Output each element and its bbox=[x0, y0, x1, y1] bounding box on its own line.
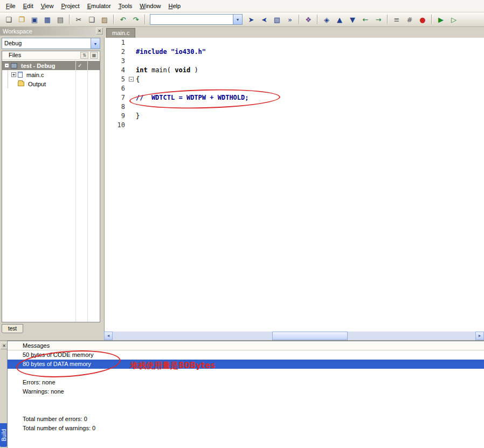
message-row[interactable]: Total number of errors: 0 bbox=[8, 415, 484, 424]
files-header: Files bbox=[2, 51, 100, 60]
files-box: Files -test - Debug✓+main.cOutput bbox=[2, 51, 100, 322]
scroll-right-icon[interactable] bbox=[475, 332, 484, 340]
find-combobox-input[interactable] bbox=[150, 15, 233, 24]
menu-view[interactable]: View bbox=[37, 1, 58, 11]
browse-source-button[interactable]: ❖ bbox=[302, 14, 314, 25]
workspace-title: Workspace bbox=[3, 28, 32, 35]
redo-button[interactable]: ↷ bbox=[130, 14, 142, 25]
tree-expander-icon[interactable]: - bbox=[4, 63, 9, 68]
message-row[interactable] bbox=[8, 396, 484, 405]
download-and-debug-button[interactable]: ▶ bbox=[435, 14, 447, 25]
save-all-button[interactable]: ▦ bbox=[42, 14, 53, 25]
tab-build[interactable]: Build bbox=[0, 423, 7, 447]
tree-item-test-debug[interactable]: -test - Debug✓ bbox=[2, 61, 100, 70]
copy-button[interactable]: ❑ bbox=[86, 14, 98, 25]
column-divider bbox=[75, 60, 76, 322]
toolbar-separator bbox=[317, 15, 318, 24]
messages-list: 50 bytes of CODE memory80 bytes of DATA … bbox=[8, 350, 484, 433]
sort-files-icon[interactable] bbox=[80, 52, 88, 59]
message-row[interactable]: Warnings: none bbox=[8, 387, 484, 396]
cut-icon: ✂ bbox=[76, 16, 82, 23]
toggle-bookmark-button[interactable]: ◈ bbox=[321, 14, 333, 25]
navigate-backward-button[interactable]: ← bbox=[359, 14, 371, 25]
chevron-down-icon[interactable] bbox=[91, 38, 100, 49]
tree-expander-icon[interactable]: + bbox=[11, 72, 16, 77]
open-file-button[interactable]: ❐ bbox=[16, 14, 27, 25]
navigate-forward-button[interactable]: → bbox=[372, 14, 384, 25]
watch-window-button[interactable]: # bbox=[404, 14, 416, 25]
message-row[interactable] bbox=[8, 405, 484, 415]
find-previous-button[interactable]: ➤ bbox=[258, 14, 270, 25]
navigate-forward-icon: → bbox=[376, 16, 382, 23]
configuration-dropdown[interactable]: Debug bbox=[2, 38, 100, 49]
find-next-button[interactable]: ➤ bbox=[245, 14, 257, 25]
toolbar-separator bbox=[113, 15, 114, 24]
line-number: 7 bbox=[105, 94, 128, 101]
close-icon[interactable] bbox=[96, 27, 103, 35]
file-options-icon[interactable] bbox=[90, 52, 98, 59]
editor-line: 4int main( void ) bbox=[105, 65, 484, 74]
tree-indent bbox=[4, 79, 11, 88]
menu-file[interactable]: File bbox=[2, 1, 19, 11]
previous-bookmark-button[interactable]: ▲ bbox=[334, 14, 345, 25]
build-tab-label: Build bbox=[1, 429, 6, 441]
tab-main-c[interactable]: main.c bbox=[106, 28, 135, 38]
workspace-panel: Workspace Debug Files -test - Debug✓+mai… bbox=[0, 27, 104, 340]
files-header-label: Files bbox=[9, 52, 21, 58]
toggle-breakpoint-icon: ● bbox=[419, 16, 425, 23]
message-row[interactable]: Errors: none bbox=[8, 378, 484, 387]
line-number: 6 bbox=[105, 85, 128, 92]
scrollbar-thumb[interactable] bbox=[272, 332, 348, 340]
tree-item-output[interactable]: Output bbox=[2, 79, 100, 88]
debug-without-downloading-button[interactable]: ▷ bbox=[448, 14, 460, 25]
toggle-source-disassembly-button[interactable]: ≡ bbox=[391, 14, 403, 25]
menu-project[interactable]: Project bbox=[57, 1, 83, 11]
menu-emulator[interactable]: Emulator bbox=[84, 1, 115, 11]
editor-tab-label: main.c bbox=[112, 30, 129, 36]
toggle-breakpoint-button[interactable]: ● bbox=[417, 14, 428, 25]
horizontal-scrollbar[interactable] bbox=[104, 332, 484, 340]
editor-line: 7// WDTCTL = WDTPW + WDTHOLD; bbox=[105, 93, 484, 102]
column-divider bbox=[87, 60, 88, 322]
toolbar-separator bbox=[299, 15, 300, 24]
tree-item-main-c[interactable]: +main.c bbox=[2, 70, 100, 79]
tree-indent bbox=[4, 70, 11, 79]
navigate-backward-icon: ← bbox=[363, 16, 369, 23]
find-in-files-button[interactable]: ▧ bbox=[271, 14, 283, 25]
undo-button[interactable]: ↶ bbox=[117, 14, 129, 25]
cut-button[interactable]: ✂ bbox=[73, 14, 85, 25]
new-file-button[interactable]: ❏ bbox=[3, 14, 15, 25]
code-text: #include "io430.h" bbox=[136, 48, 206, 56]
toggle-source-disassembly-icon: ≡ bbox=[394, 16, 400, 23]
message-row[interactable]: 50 bytes of CODE memory bbox=[8, 350, 484, 360]
line-number: 5 bbox=[105, 75, 128, 83]
toolbar-separator bbox=[144, 15, 146, 24]
undo-icon: ↶ bbox=[120, 16, 126, 23]
line-number: 2 bbox=[105, 48, 128, 56]
message-text: Total number of warnings: 0 bbox=[23, 425, 95, 431]
message-row[interactable] bbox=[8, 369, 484, 378]
editor-content[interactable]: 12#include "io430.h"34int main( void )5-… bbox=[104, 38, 484, 332]
save-button[interactable]: ▣ bbox=[29, 14, 40, 25]
ide-window: FileEditViewProjectEmulatorToolsWindowHe… bbox=[0, 0, 484, 448]
menu-edit[interactable]: Edit bbox=[19, 1, 37, 11]
fold-collapse-icon[interactable]: - bbox=[129, 77, 134, 81]
menu-tools[interactable]: Tools bbox=[115, 1, 136, 11]
print-button[interactable]: ▤ bbox=[54, 14, 66, 25]
scroll-left-icon[interactable] bbox=[104, 332, 113, 340]
menu-help[interactable]: Help bbox=[164, 1, 184, 11]
menu-window[interactable]: Window bbox=[136, 1, 164, 11]
editor-line: 5-{ bbox=[105, 74, 484, 84]
next-bookmark-button[interactable]: ▼ bbox=[347, 14, 358, 25]
redo-icon: ↷ bbox=[133, 16, 139, 23]
message-row[interactable]: 80 bytes of DATA memory bbox=[8, 360, 484, 369]
incremental-search-button[interactable]: » bbox=[284, 14, 296, 25]
editor-line: 3 bbox=[105, 56, 484, 65]
new-file-icon: ❏ bbox=[5, 16, 12, 23]
chevron-down-icon[interactable] bbox=[233, 15, 242, 24]
message-row[interactable]: Total number of warnings: 0 bbox=[8, 424, 484, 433]
paste-button[interactable]: ▨ bbox=[99, 14, 110, 25]
workspace-tab-test[interactable]: test bbox=[2, 324, 23, 333]
download-and-debug-icon: ▶ bbox=[438, 16, 444, 23]
next-bookmark-icon: ▼ bbox=[350, 16, 355, 23]
